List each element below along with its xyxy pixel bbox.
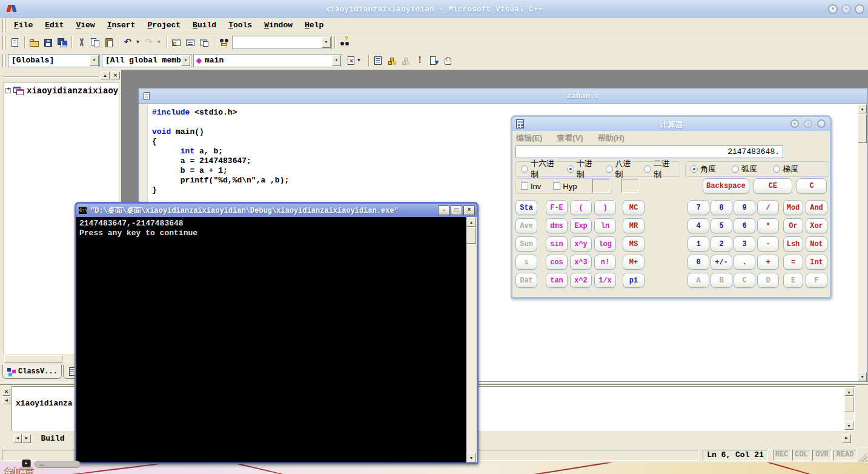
- menu-item-edit[interactable]: Edit: [39, 18, 70, 33]
- tab-scroll-right-button[interactable]: [22, 434, 31, 443]
- scroll-up-button[interactable]: [844, 387, 853, 396]
- output-close-button[interactable]: [2, 388, 10, 396]
- console-output[interactable]: 2147483647,-2147483648Press any key to c…: [76, 217, 477, 462]
- menu-item-help[interactable]: Help: [299, 18, 330, 33]
- calc-button-Xor[interactable]: Xor: [806, 218, 827, 233]
- calc-button-0[interactable]: 0: [687, 255, 709, 270]
- minimize-button[interactable]: [828, 4, 838, 14]
- open-folder-button[interactable]: [27, 35, 41, 50]
- new-document-button[interactable]: [8, 35, 22, 50]
- output-hscroll-right-button[interactable]: [842, 434, 851, 443]
- copy-button[interactable]: [88, 35, 102, 50]
- calc-menu-edit[interactable]: 编辑(E): [516, 133, 542, 144]
- calc-button-E[interactable]: E: [783, 273, 803, 288]
- calc-button-MR[interactable]: MR: [623, 218, 644, 233]
- calc-button-x^3[interactable]: x^3: [570, 255, 592, 270]
- close-button[interactable]: [855, 4, 864, 14]
- chevron-down-icon[interactable]: [322, 37, 331, 48]
- undo-dropdown-button[interactable]: [136, 35, 143, 50]
- resize-grip[interactable]: [858, 453, 867, 462]
- maximize-button[interactable]: [841, 4, 851, 14]
- calc-button-Exp[interactable]: Exp: [570, 218, 592, 233]
- calculator-display[interactable]: 2147483648.: [515, 145, 783, 158]
- toolbar-gripper[interactable]: [2, 54, 6, 67]
- panel-gripper[interactable]: [3, 73, 99, 78]
- calc-button-c[interactable]: C: [797, 178, 827, 194]
- calc-button-*[interactable]: *: [757, 218, 779, 233]
- tree-item-project[interactable]: xiaoyidianzaixiaoyi: [4, 82, 118, 99]
- chevron-down-icon[interactable]: [90, 55, 99, 66]
- menu-item-file[interactable]: File: [8, 18, 39, 33]
- scrollbar-thumb[interactable]: [858, 114, 867, 143]
- calc-button-n![interactable]: n!: [594, 255, 616, 270]
- title-bar[interactable]: xiaoyidianzaixiaoyidian - Microsoft Visu…: [0, 0, 868, 18]
- menu-item-window[interactable]: Window: [258, 18, 299, 33]
- build-button[interactable]: [385, 53, 399, 68]
- scroll-down-button[interactable]: ▾: [844, 421, 853, 430]
- chevron-down-icon[interactable]: [181, 55, 190, 66]
- calc-button-backspace[interactable]: Backspace: [703, 178, 749, 194]
- execute-program-button[interactable]: [413, 53, 427, 68]
- find-combo[interactable]: [232, 36, 332, 49]
- calc-button-([interactable]: (: [570, 200, 592, 215]
- scrollbar-thumb[interactable]: [4, 355, 62, 362]
- compile-button[interactable]: [371, 53, 385, 68]
- calc-button-D[interactable]: D: [757, 273, 779, 288]
- calc-button-3[interactable]: 3: [734, 236, 755, 252]
- toolbar-gripper[interactable]: [2, 36, 6, 49]
- calc-button-pi[interactable]: pi: [623, 273, 644, 288]
- calc-button-Not[interactable]: Not: [806, 236, 827, 252]
- calc-button-Mod[interactable]: Mod: [783, 200, 803, 215]
- desktop-widget[interactable]: ...: [35, 461, 81, 468]
- workspace-tab-classview[interactable]: ClassV...: [2, 365, 62, 379]
- menu-item-build[interactable]: Build: [187, 18, 222, 33]
- undo-button[interactable]: [122, 35, 136, 50]
- radio-角度[interactable]: 角度: [691, 164, 716, 175]
- radio-梯度[interactable]: 梯度: [773, 164, 798, 175]
- workspace-toggle-button[interactable]: [170, 35, 184, 50]
- calc-button-x^y[interactable]: x^y: [570, 236, 592, 252]
- calc-button-cos[interactable]: cos: [546, 255, 568, 270]
- output-vscrollbar[interactable]: ▾: [844, 387, 854, 430]
- radio-十六进制[interactable]: 十六进制: [521, 158, 559, 180]
- go-button[interactable]: [427, 53, 441, 68]
- console-vscrollbar[interactable]: ▾: [466, 217, 477, 462]
- calc-button-1/x[interactable]: 1/x: [594, 273, 616, 288]
- find-in-files-button[interactable]: [217, 35, 231, 50]
- window-list-button[interactable]: [197, 35, 211, 50]
- calc-button-Lsh[interactable]: Lsh: [783, 236, 803, 252]
- calc-button-F-E[interactable]: F-E: [546, 200, 568, 215]
- calc-button-)[interactable]: ): [594, 200, 616, 215]
- save-button[interactable]: [41, 35, 55, 50]
- scroll-down-button[interactable]: ▾: [466, 453, 476, 462]
- toggle-breakpoint-button[interactable]: [441, 53, 455, 68]
- calc-button-Sta[interactable]: Sta: [515, 200, 537, 215]
- menu-gripper[interactable]: [2, 19, 6, 32]
- redo-button[interactable]: [143, 35, 157, 50]
- maximize-button[interactable]: [804, 119, 812, 128]
- scroll-up-button[interactable]: [466, 217, 476, 227]
- radio-八进制[interactable]: 八进制: [606, 158, 637, 180]
- calc-button-2[interactable]: 2: [711, 236, 732, 252]
- calc-button-ln[interactable]: ln: [594, 218, 616, 233]
- calc-button-9[interactable]: 9: [734, 200, 755, 215]
- calc-button-F[interactable]: F: [806, 273, 827, 288]
- calc-button-Sum[interactable]: Sum: [515, 236, 537, 252]
- stop-build-button[interactable]: [399, 53, 413, 68]
- calc-button-5[interactable]: 5: [711, 218, 732, 233]
- output-toggle-button[interactable]: [184, 35, 197, 50]
- calc-button-sin[interactable]: sin: [546, 236, 568, 252]
- chevron-down-icon[interactable]: [332, 55, 341, 66]
- calc-button-7[interactable]: 7: [687, 200, 709, 215]
- calc-button-1[interactable]: 1: [687, 236, 709, 252]
- radio-十进制[interactable]: 十进制: [567, 158, 598, 180]
- menu-item-view[interactable]: View: [70, 18, 101, 33]
- tab-build[interactable]: Build: [33, 433, 73, 445]
- minimize-button[interactable]: [438, 205, 449, 215]
- close-button[interactable]: [817, 119, 826, 128]
- calc-button-=[interactable]: =: [783, 255, 803, 270]
- panel-pin-button[interactable]: [101, 72, 110, 79]
- calc-button-log[interactable]: log: [594, 236, 616, 252]
- calc-button-s[interactable]: s: [515, 255, 537, 270]
- search-button[interactable]: [337, 35, 351, 50]
